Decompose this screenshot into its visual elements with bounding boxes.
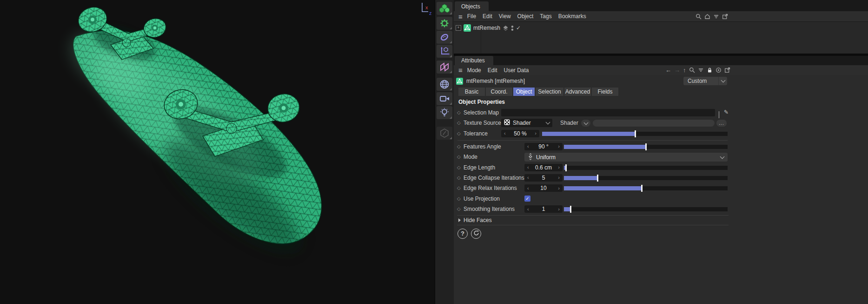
spinner-left-icon[interactable]: ‹	[527, 186, 529, 191]
slider-handle[interactable]	[645, 143, 647, 150]
filter-icon[interactable]	[713, 14, 719, 20]
search-icon[interactable]	[696, 14, 702, 20]
model-mode-button[interactable]	[437, 2, 452, 15]
property-value[interactable]: 50 %	[514, 130, 526, 137]
property-value[interactable]: 90 °	[538, 143, 548, 150]
layer-stack-icon[interactable]	[503, 25, 509, 31]
menu-item-mode[interactable]: Mode	[467, 67, 481, 74]
property-value[interactable]: 1	[542, 206, 545, 212]
shader-link-field[interactable]	[593, 120, 715, 127]
eyedropper-icon[interactable]: ✎	[724, 109, 729, 115]
object-row-mtremesh[interactable]: + mtRemesh ✓	[456, 24, 521, 32]
help-button[interactable]: ?	[457, 229, 468, 239]
checkbox[interactable]: ✓	[524, 196, 530, 202]
spinner-left-icon[interactable]: ‹	[527, 175, 529, 180]
value-spinner[interactable]: ‹50 %›	[501, 130, 539, 137]
slider-track[interactable]	[564, 207, 728, 211]
key-diamond-icon[interactable]: ◇	[457, 131, 461, 136]
spinner-right-icon[interactable]: ›	[558, 186, 560, 191]
tab-fields[interactable]: Fields	[592, 88, 618, 96]
key-diamond-icon[interactable]: ◇	[457, 154, 461, 159]
hamburger-icon[interactable]: ≡	[458, 67, 463, 74]
menu-item-edit[interactable]: Edit	[483, 13, 492, 20]
menu-item-file[interactable]: File	[467, 13, 476, 20]
filter-icon[interactable]	[698, 67, 704, 73]
spinner-right-icon[interactable]: ›	[535, 131, 537, 136]
lock-icon[interactable]	[707, 67, 713, 73]
torus-tool-button[interactable]	[437, 31, 452, 44]
symmetry-tool-button[interactable]	[437, 61, 452, 74]
menu-item-view[interactable]: View	[499, 13, 511, 20]
refresh-button[interactable]	[471, 229, 481, 239]
value-spinner[interactable]: ‹0.6 cm›	[524, 164, 563, 171]
key-diamond-icon[interactable]: ◇	[457, 206, 461, 211]
home-icon[interactable]	[704, 14, 710, 20]
spinner-right-icon[interactable]: ›	[558, 165, 560, 170]
spinner-right-icon[interactable]: ›	[558, 144, 560, 149]
tab-attributes[interactable]: Attributes	[455, 56, 493, 65]
globe-tool-button[interactable]	[437, 78, 452, 91]
viewport-3d[interactable]: x z	[0, 0, 435, 304]
tab-selection[interactable]: Selection	[536, 88, 563, 96]
settings-mode-button[interactable]	[437, 17, 452, 30]
mode-dropdown[interactable]: Uniform	[524, 153, 728, 162]
forward-arrow-icon[interactable]: →	[674, 67, 680, 73]
browse-button[interactable]: ...	[716, 120, 727, 127]
object-name[interactable]: mtRemesh	[473, 25, 500, 31]
tab-advanced[interactable]: Advanced	[564, 88, 591, 96]
shader-link-chevron[interactable]	[581, 120, 590, 127]
slider-handle[interactable]	[641, 185, 643, 192]
spinner-right-icon[interactable]: ›	[558, 207, 560, 212]
coordinates-tool-button[interactable]	[437, 45, 452, 58]
value-spinner[interactable]: ‹90 °›	[524, 143, 563, 150]
texture-source-dropdown[interactable]: Shader	[501, 119, 552, 127]
key-diamond-icon[interactable]: ◇	[457, 165, 461, 170]
up-arrow-icon[interactable]: ↑	[683, 67, 686, 73]
object-list[interactable]: + mtRemesh ✓	[454, 21, 868, 54]
tab-object[interactable]: Object	[513, 88, 535, 96]
search-icon[interactable]	[689, 67, 695, 73]
slider-handle[interactable]	[597, 175, 598, 182]
tab-coord-[interactable]: Coord.	[486, 88, 512, 96]
spinner-left-icon[interactable]: ‹	[527, 207, 529, 212]
property-value[interactable]: 10	[540, 185, 546, 191]
menu-item-edit[interactable]: Edit	[488, 67, 497, 74]
key-diamond-icon[interactable]: ◇	[457, 120, 461, 125]
tab-objects[interactable]: Objects	[455, 1, 489, 11]
slider-handle[interactable]	[635, 130, 636, 137]
hamburger-icon[interactable]: ≡	[458, 13, 463, 20]
value-spinner[interactable]: ‹5›	[524, 174, 563, 182]
slider-track[interactable]	[564, 186, 728, 190]
spinner-right-icon[interactable]: ›	[558, 175, 560, 180]
menu-item-bookmarks[interactable]: Bookmarks	[558, 13, 586, 20]
menu-item-tags[interactable]: Tags	[540, 13, 551, 20]
edit-mesh-tool-button[interactable]	[437, 127, 452, 140]
group-hide-faces[interactable]: Hide Faces	[457, 215, 729, 225]
preset-dropdown[interactable]: Custom	[683, 77, 727, 85]
light-tool-button[interactable]	[437, 106, 452, 119]
chevron-down-icon[interactable]	[718, 77, 727, 85]
target-icon[interactable]	[716, 67, 722, 73]
key-diamond-icon[interactable]: ◇	[457, 185, 461, 190]
visibility-dots-icon[interactable]	[511, 25, 514, 31]
menu-item-object[interactable]: Object	[517, 13, 534, 20]
link-input[interactable]	[501, 109, 715, 116]
value-spinner[interactable]: ‹10›	[524, 184, 563, 192]
popout-icon[interactable]	[724, 67, 730, 73]
chevron-down-icon[interactable]	[719, 111, 719, 118]
key-diamond-icon[interactable]: ◇	[457, 196, 461, 201]
key-diamond-icon[interactable]: ◇	[457, 110, 461, 115]
back-arrow-icon[interactable]: ←	[665, 67, 671, 73]
camera-tool-button[interactable]	[437, 92, 452, 105]
value-spinner[interactable]: ‹1›	[524, 205, 563, 213]
key-diamond-icon[interactable]: ◇	[457, 144, 461, 149]
slider-track[interactable]	[564, 166, 728, 170]
expand-icon[interactable]: +	[456, 25, 461, 31]
spinner-left-icon[interactable]: ‹	[527, 165, 529, 170]
popout-icon[interactable]	[722, 14, 728, 20]
spinner-left-icon[interactable]: ‹	[527, 144, 529, 149]
slider-handle[interactable]	[565, 164, 567, 171]
slider-handle[interactable]	[570, 206, 571, 213]
menu-item-user-data[interactable]: User Data	[504, 67, 529, 74]
key-diamond-icon[interactable]: ◇	[457, 175, 461, 180]
